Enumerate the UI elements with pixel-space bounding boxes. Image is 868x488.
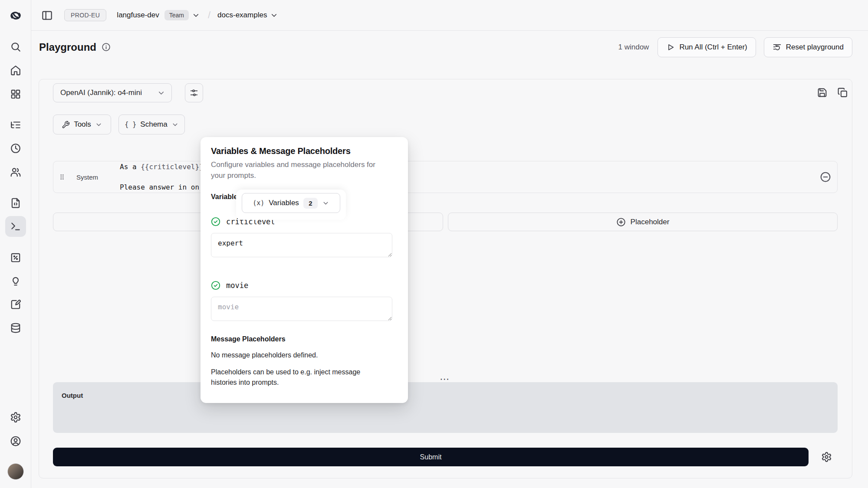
system-text-prefix: As a — [120, 163, 141, 171]
dashboard-grid-icon — [10, 88, 21, 100]
sidebar — [0, 0, 31, 488]
model-settings-button[interactable] — [185, 83, 203, 102]
variables-dropdown-button[interactable]: (x) Variables 2 — [242, 193, 340, 213]
langfuse-logo-icon — [9, 9, 23, 23]
terminal-icon — [10, 221, 21, 232]
user-avatar[interactable] — [7, 463, 24, 480]
model-select-value: OpenAI (Jannik): o4-mini — [60, 88, 142, 97]
add-placeholder-button[interactable]: Placeholder — [448, 213, 838, 231]
output-panel: Output — [53, 382, 838, 433]
list-restart-icon — [773, 43, 782, 52]
sidebar-item-search[interactable] — [6, 37, 25, 56]
add-placeholder-label: Placeholder — [631, 218, 670, 226]
variables-count-badge: 2 — [303, 198, 318, 209]
sidebar-item-settings[interactable] — [6, 408, 25, 427]
variable-row: movie — [211, 281, 395, 290]
users-icon — [10, 167, 21, 178]
circle-plus-icon — [616, 217, 626, 227]
remove-message-button[interactable] — [820, 171, 831, 183]
copy-icon — [837, 87, 848, 98]
variables-popover: Variables & Message Placeholders Configu… — [201, 137, 408, 403]
schema-label: Schema — [140, 120, 167, 129]
schema-dropdown-button[interactable]: { } Schema — [118, 115, 185, 134]
tools-label: Tools — [74, 120, 91, 129]
gear-icon — [821, 452, 832, 462]
sidebar-item-sessions[interactable] — [6, 139, 25, 158]
environment-badge: PROD-EU — [64, 9, 106, 21]
sidebar-item-insights[interactable] — [6, 272, 25, 291]
sidebar-toggle-button[interactable] — [39, 7, 55, 23]
search-icon — [10, 41, 21, 52]
sidebar-item-annotation[interactable] — [6, 295, 25, 314]
chevron-down-icon — [270, 11, 278, 20]
save-icon — [817, 87, 828, 98]
popover-title: Variables & Message Placeholders — [211, 146, 395, 156]
sidebar-item-prompts[interactable] — [6, 193, 25, 213]
sidebar-item-home[interactable] — [6, 61, 25, 80]
list-tree-icon — [10, 119, 21, 131]
info-icon[interactable] — [102, 43, 111, 52]
copy-window-button[interactable] — [837, 87, 848, 98]
org-role-badge: Team — [164, 10, 189, 20]
run-all-button[interactable]: Run All (Ctrl + Enter) — [658, 37, 756, 57]
tools-dropdown-button[interactable]: Tools — [53, 115, 111, 134]
run-all-label: Run All (Ctrl + Enter) — [679, 43, 747, 52]
model-select-button[interactable]: OpenAI (Jannik): o4-mini — [53, 83, 172, 102]
org-name[interactable]: langfuse-dev — [117, 11, 159, 20]
sidebar-item-dashboards[interactable] — [6, 85, 25, 104]
database-icon — [10, 322, 21, 334]
info-circle-icon — [102, 43, 111, 52]
system-message-row[interactable]: System As a {{criticlevel}} Please answe… — [53, 161, 838, 193]
system-text-line2: Please answer in on — [120, 182, 204, 193]
chevron-down-icon — [171, 121, 179, 128]
message-role-label[interactable]: System — [76, 174, 108, 181]
variable-value-input[interactable] — [211, 297, 392, 321]
check-circle-icon — [211, 217, 220, 226]
sidebar-item-tracing[interactable] — [6, 115, 25, 134]
sidebar-item-datasets[interactable] — [6, 318, 25, 337]
placeholders-section-heading: Message Placeholders — [211, 335, 395, 343]
submit-button[interactable]: Submit — [53, 448, 809, 466]
user-circle-icon — [10, 436, 21, 447]
wrench-icon — [62, 121, 70, 129]
breadcrumb-separator: / — [208, 10, 210, 21]
grip-vertical-icon — [58, 173, 66, 181]
chevron-down-icon — [157, 89, 165, 97]
project-name[interactable]: docs-examples — [217, 11, 267, 20]
project-switcher[interactable] — [270, 11, 278, 20]
home-icon — [10, 65, 21, 76]
variable-icon: (x) — [253, 199, 264, 207]
sidebar-item-playground[interactable] — [5, 216, 26, 237]
variable-value-input[interactable]: expert — [211, 233, 392, 257]
sidebar-item-users[interactable] — [6, 163, 25, 182]
sliders-icon — [189, 88, 199, 98]
reset-playground-button[interactable]: Reset playground — [764, 37, 852, 57]
sidebar-item-evaluation[interactable] — [6, 248, 25, 267]
lightbulb-icon — [10, 275, 21, 287]
org-switcher[interactable] — [192, 11, 200, 20]
braces-icon: { } — [125, 121, 136, 128]
page-header: Playground 1 window Run All (Ctrl + Ente… — [31, 31, 868, 63]
topbar: PROD-EU langfuse-dev Team / docs-example… — [31, 0, 868, 31]
page-title: Playground — [39, 41, 96, 53]
clock-icon — [10, 143, 21, 154]
sidebar-item-account[interactable] — [6, 432, 25, 451]
langfuse-logo[interactable] — [9, 9, 23, 23]
placeholders-hint-text: Placeholders can be used to e.g. inject … — [211, 367, 381, 388]
panel-left-icon — [41, 10, 53, 21]
square-percent-icon — [10, 252, 21, 263]
system-message-content[interactable]: As a {{criticlevel}} Please answer in on — [120, 162, 204, 193]
output-label: Output — [62, 392, 829, 399]
play-icon — [666, 43, 675, 52]
save-window-button[interactable] — [816, 87, 828, 98]
check-circle-icon — [211, 281, 220, 290]
window-count: 1 window — [618, 43, 649, 52]
variables-label: Variables — [269, 199, 299, 207]
circle-minus-icon — [820, 171, 831, 183]
gear-icon — [10, 412, 21, 423]
variable-name: movie — [226, 281, 248, 290]
variables-popover-anchor: (x) Variables 2 — [236, 190, 346, 220]
drag-handle-icon[interactable] — [58, 173, 66, 181]
submit-settings-button[interactable] — [821, 451, 832, 462]
playground-window: OpenAI (Jannik): o4-mini Tools { } Schem… — [39, 79, 852, 478]
